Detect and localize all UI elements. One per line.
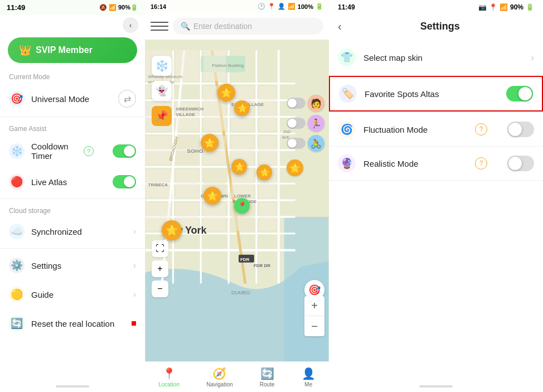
fluctuation-mode-item[interactable]: 🌀 Fluctuation Mode ? bbox=[329, 113, 543, 147]
scroll-indicator-left bbox=[56, 385, 89, 388]
svg-text:Flatiron Building: Flatiron Building bbox=[212, 63, 244, 68]
svg-rect-36 bbox=[176, 170, 198, 197]
left-panel: 11:49 🔕 📶 90%🔋 ‹ 👑 SVIP Member Current M… bbox=[0, 0, 145, 392]
fluctuation-toggle[interactable] bbox=[507, 122, 534, 137]
realistic-toggle[interactable] bbox=[507, 156, 534, 171]
battery-map-icon: 🔋 bbox=[316, 3, 323, 10]
cooldown-label: Cooldown Timer bbox=[31, 142, 77, 161]
map-user-icon: 👤 bbox=[278, 3, 285, 10]
marker-star-3[interactable]: ⭐ bbox=[201, 134, 219, 152]
map-zoom-controls: + − bbox=[304, 296, 324, 336]
guide-chevron: › bbox=[133, 289, 136, 299]
char-avatar-4: 🌟 bbox=[287, 159, 303, 176]
marker-orange-2[interactable]: 🌟 bbox=[256, 164, 274, 182]
expand-button[interactable]: ⛶ bbox=[152, 240, 168, 257]
char-toggle-2[interactable] bbox=[287, 118, 306, 129]
nav-navigation[interactable]: 🧭 Navigation bbox=[206, 367, 232, 388]
select-map-skin-item[interactable]: 👕 Select map skin › bbox=[329, 41, 543, 75]
char-item-2: 🏃 bbox=[287, 115, 324, 132]
marker-green-1[interactable]: 📍 bbox=[234, 198, 252, 216]
nav-me-icon: 👤 bbox=[302, 367, 316, 380]
map-skin-label: Select map skin bbox=[363, 53, 523, 62]
cooldown-timer-item[interactable]: ❄️ Cooldown Timer ? bbox=[0, 135, 145, 167]
reset-location-item[interactable]: 🔄 Reset the real location bbox=[0, 309, 145, 338]
hamburger-line bbox=[151, 22, 168, 23]
minus-button[interactable]: − bbox=[152, 280, 168, 297]
nav-route[interactable]: 🔄 Route bbox=[260, 367, 275, 388]
map-status-bar: 16:14 🕐 📍 👤 📶 100% 🔋 bbox=[145, 0, 329, 13]
live-atlas-toggle[interactable] bbox=[113, 175, 136, 188]
char-toggle-1[interactable] bbox=[287, 98, 306, 109]
svip-button[interactable]: 👑 SVIP Member bbox=[8, 37, 137, 63]
divider-1 bbox=[0, 117, 145, 117]
status-icons-left: 🔕 📶 90%🔋 bbox=[99, 4, 138, 11]
nav-me[interactable]: 👤 Me bbox=[302, 367, 316, 388]
fluctuation-help-icon[interactable]: ? bbox=[475, 123, 487, 135]
nav-location[interactable]: 📍 Location bbox=[158, 367, 180, 388]
reset-dot bbox=[132, 321, 136, 326]
nav-me-label: Me bbox=[304, 381, 312, 388]
map-bottom-nav: 📍 Location 🧭 Navigation 🔄 Route 👤 Me bbox=[145, 361, 329, 392]
status-bar-left: 11:49 🔕 📶 90%🔋 bbox=[0, 0, 145, 15]
settings-back-button[interactable]: ‹ bbox=[338, 20, 342, 33]
cooldown-toggle[interactable] bbox=[113, 144, 136, 158]
swap-icon[interactable]: ⇄ bbox=[118, 90, 136, 108]
guide-item[interactable]: 🟡 Guide › bbox=[0, 280, 145, 309]
game-assist-section-label: Game Assist bbox=[0, 119, 145, 135]
realistic-help-icon[interactable]: ? bbox=[475, 157, 487, 170]
svip-label: SVIP Member bbox=[36, 45, 93, 55]
map-location-icon: 📍 bbox=[268, 3, 275, 10]
marker-star-1[interactable]: ⭐ bbox=[217, 84, 235, 101]
plus-button[interactable]: + bbox=[152, 260, 168, 277]
favorite-spots-item[interactable]: 🏷️ Favorite Spots Altas bbox=[329, 76, 543, 112]
snowflake-button[interactable]: ❄️ bbox=[152, 56, 172, 76]
char-avatar-1: 🧑 bbox=[308, 95, 324, 112]
middle-panel: 16:14 🕐 📍 👤 📶 100% 🔋 🔍 Enter destination bbox=[145, 0, 329, 392]
synchronized-label: Synchronized bbox=[31, 227, 127, 236]
zoom-out-button[interactable]: − bbox=[304, 316, 324, 336]
favorite-spots-icon: 🏷️ bbox=[339, 85, 357, 103]
guide-icon: 🟡 bbox=[9, 287, 25, 302]
marker-star-5[interactable]: ⭐ bbox=[203, 187, 221, 205]
cooldown-icon: ❄️ bbox=[9, 143, 25, 159]
map-skin-icon: 👕 bbox=[338, 49, 356, 66]
realistic-mode-item[interactable]: 🔮 Realistic Mode ? bbox=[329, 147, 543, 181]
nav-navigation-label: Navigation bbox=[206, 381, 232, 388]
battery-left: 90%🔋 bbox=[118, 4, 138, 11]
add-location-button[interactable]: 📌 bbox=[152, 106, 172, 126]
camera-icon-right: 📷 bbox=[478, 3, 487, 11]
map-time: 16:14 bbox=[151, 3, 166, 10]
wifi-map-icon: 📶 bbox=[288, 3, 295, 10]
settings-chevron: › bbox=[133, 260, 136, 270]
zoom-in-button[interactable]: + bbox=[304, 296, 324, 316]
svg-text:FDR DR: FDR DR bbox=[254, 263, 270, 268]
char-toggle-3[interactable] bbox=[287, 138, 306, 149]
live-atlas-item[interactable]: 🔴 Live Atlas bbox=[0, 167, 145, 196]
synchronized-item[interactable]: ☁️ Synchronized › bbox=[0, 217, 145, 246]
sync-chevron: › bbox=[133, 226, 136, 236]
marker-star-2[interactable]: ⭐ bbox=[234, 100, 252, 118]
marker-star-4[interactable]: ⭐ bbox=[231, 159, 249, 177]
live-atlas-label: Live Atlas bbox=[31, 177, 106, 187]
time-right: 11:49 bbox=[338, 3, 355, 11]
nav-route-icon: 🔄 bbox=[260, 367, 274, 380]
back-circle-button[interactable]: ‹ bbox=[123, 17, 138, 33]
favorite-spots-toggle[interactable] bbox=[506, 86, 533, 101]
cooldown-help-icon[interactable]: ? bbox=[84, 146, 94, 156]
char-avatar-3: 🚴 bbox=[308, 135, 324, 152]
reset-location-label: Reset the real location bbox=[31, 319, 125, 328]
cloud-storage-label: Cloud storage bbox=[0, 201, 145, 217]
hamburger-button[interactable] bbox=[151, 17, 168, 35]
settings-item[interactable]: ⚙️ Settings › bbox=[0, 251, 145, 280]
nav-route-label: Route bbox=[260, 381, 275, 388]
universal-mode-item[interactable]: 🎯 Universal Mode ⇄ bbox=[0, 83, 145, 114]
ghost-button[interactable]: 👻 bbox=[152, 81, 172, 101]
settings-menu-icon: ⚙️ bbox=[9, 258, 25, 273]
marker-star-6[interactable]: ⭐ bbox=[162, 220, 180, 238]
svg-rect-34 bbox=[259, 136, 276, 164]
location-icon-right: 📍 bbox=[489, 3, 497, 11]
realistic-label: Realistic Mode bbox=[363, 159, 467, 168]
svg-text:TRIBECA: TRIBECA bbox=[148, 182, 168, 187]
hamburger-line bbox=[151, 30, 168, 31]
map-search-input[interactable]: 🔍 Enter destination bbox=[173, 18, 323, 35]
